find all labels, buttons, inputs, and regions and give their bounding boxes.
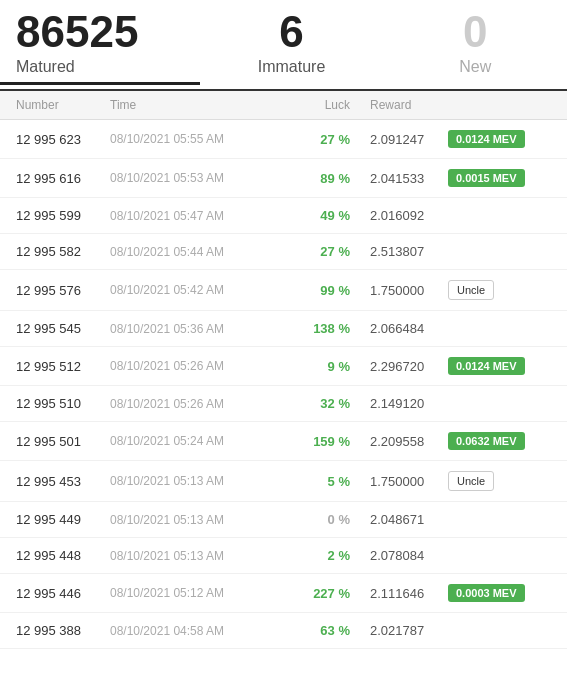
cell-luck: 89 % — [285, 171, 360, 186]
matured-number: 86525 — [16, 10, 200, 54]
cell-time: 08/10/2021 05:47 AM — [110, 209, 285, 223]
cell-luck: 49 % — [285, 208, 360, 223]
cell-time: 08/10/2021 05:55 AM — [110, 132, 285, 146]
table-row: 12 995 599 08/10/2021 05:47 AM 49 % 2.01… — [0, 198, 567, 234]
immature-section: 6 Immature — [200, 10, 384, 83]
cell-luck: 159 % — [285, 434, 360, 449]
uncle-badge: Uncle — [448, 280, 494, 300]
col-header-reward: Reward — [360, 98, 567, 112]
cell-time: 08/10/2021 05:12 AM — [110, 586, 285, 600]
cell-number: 12 995 623 — [0, 132, 110, 147]
matured-label: Matured — [16, 58, 200, 76]
header: 86525 Matured 6 Immature 0 New — [0, 0, 567, 91]
cell-luck: 27 % — [285, 244, 360, 259]
reward-value: 2.016092 — [370, 208, 440, 223]
cell-time: 08/10/2021 05:13 AM — [110, 474, 285, 488]
cell-number: 12 995 512 — [0, 359, 110, 374]
table-body: 12 995 623 08/10/2021 05:55 AM 27 % 2.09… — [0, 120, 567, 649]
cell-luck: 32 % — [285, 396, 360, 411]
cell-luck: 9 % — [285, 359, 360, 374]
cell-number: 12 995 599 — [0, 208, 110, 223]
cell-time: 08/10/2021 05:53 AM — [110, 171, 285, 185]
cell-reward: 2.209558 0.0632 MEV — [360, 432, 567, 450]
table-row: 12 995 576 08/10/2021 05:42 AM 99 % 1.75… — [0, 270, 567, 311]
reward-value: 2.296720 — [370, 359, 440, 374]
col-header-number: Number — [0, 98, 110, 112]
new-section: 0 New — [383, 10, 567, 83]
cell-reward: 2.066484 — [360, 321, 567, 336]
cell-reward: 1.750000 Uncle — [360, 471, 567, 491]
col-header-time: Time — [110, 98, 285, 112]
cell-number: 12 995 446 — [0, 586, 110, 601]
reward-value: 2.111646 — [370, 586, 440, 601]
table-header: Number Time Luck Reward — [0, 91, 567, 120]
cell-time: 08/10/2021 05:26 AM — [110, 397, 285, 411]
reward-value: 2.209558 — [370, 434, 440, 449]
table-row: 12 995 449 08/10/2021 05:13 AM 0 % 2.048… — [0, 502, 567, 538]
cell-time: 08/10/2021 05:42 AM — [110, 283, 285, 297]
table-row: 12 995 512 08/10/2021 05:26 AM 9 % 2.296… — [0, 347, 567, 386]
cell-reward: 2.021787 — [360, 623, 567, 638]
cell-time: 08/10/2021 05:26 AM — [110, 359, 285, 373]
table-row: 12 995 446 08/10/2021 05:12 AM 227 % 2.1… — [0, 574, 567, 613]
table-row: 12 995 545 08/10/2021 05:36 AM 138 % 2.0… — [0, 311, 567, 347]
reward-value: 2.091247 — [370, 132, 440, 147]
cell-number: 12 995 545 — [0, 321, 110, 336]
mev-badge: 0.0632 MEV — [448, 432, 525, 450]
cell-luck: 99 % — [285, 283, 360, 298]
cell-time: 08/10/2021 05:44 AM — [110, 245, 285, 259]
cell-reward: 2.111646 0.0003 MEV — [360, 584, 567, 602]
immature-label: Immature — [200, 58, 384, 76]
col-header-luck: Luck — [285, 98, 360, 112]
reward-value: 2.021787 — [370, 623, 440, 638]
cell-number: 12 995 501 — [0, 434, 110, 449]
reward-value: 2.149120 — [370, 396, 440, 411]
cell-luck: 2 % — [285, 548, 360, 563]
reward-value: 1.750000 — [370, 283, 440, 298]
table-row: 12 995 616 08/10/2021 05:53 AM 89 % 2.04… — [0, 159, 567, 198]
cell-number: 12 995 616 — [0, 171, 110, 186]
mev-badge: 0.0015 MEV — [448, 169, 525, 187]
cell-time: 08/10/2021 05:36 AM — [110, 322, 285, 336]
cell-reward: 2.016092 — [360, 208, 567, 223]
cell-time: 08/10/2021 05:13 AM — [110, 513, 285, 527]
reward-value: 2.048671 — [370, 512, 440, 527]
cell-luck: 63 % — [285, 623, 360, 638]
cell-reward: 2.513807 — [360, 244, 567, 259]
table-row: 12 995 510 08/10/2021 05:26 AM 32 % 2.14… — [0, 386, 567, 422]
cell-number: 12 995 388 — [0, 623, 110, 638]
new-label: New — [383, 58, 567, 76]
cell-number: 12 995 576 — [0, 283, 110, 298]
reward-value: 2.513807 — [370, 244, 440, 259]
cell-reward: 1.750000 Uncle — [360, 280, 567, 300]
cell-reward: 2.078084 — [360, 548, 567, 563]
cell-reward: 2.296720 0.0124 MEV — [360, 357, 567, 375]
uncle-badge: Uncle — [448, 471, 494, 491]
cell-reward: 2.091247 0.0124 MEV — [360, 130, 567, 148]
reward-value: 2.066484 — [370, 321, 440, 336]
cell-luck: 138 % — [285, 321, 360, 336]
reward-value: 2.078084 — [370, 548, 440, 563]
cell-time: 08/10/2021 05:24 AM — [110, 434, 285, 448]
cell-luck: 27 % — [285, 132, 360, 147]
table-row: 12 995 582 08/10/2021 05:44 AM 27 % 2.51… — [0, 234, 567, 270]
cell-luck: 0 % — [285, 512, 360, 527]
reward-value: 1.750000 — [370, 474, 440, 489]
cell-number: 12 995 448 — [0, 548, 110, 563]
cell-number: 12 995 582 — [0, 244, 110, 259]
mev-badge: 0.0124 MEV — [448, 357, 525, 375]
table-row: 12 995 388 08/10/2021 04:58 AM 63 % 2.02… — [0, 613, 567, 649]
new-number: 0 — [383, 10, 567, 54]
cell-time: 08/10/2021 05:13 AM — [110, 549, 285, 563]
cell-reward: 2.149120 — [360, 396, 567, 411]
cell-luck: 5 % — [285, 474, 360, 489]
table-row: 12 995 501 08/10/2021 05:24 AM 159 % 2.2… — [0, 422, 567, 461]
table-row: 12 995 623 08/10/2021 05:55 AM 27 % 2.09… — [0, 120, 567, 159]
immature-number: 6 — [200, 10, 384, 54]
cell-reward: 2.041533 0.0015 MEV — [360, 169, 567, 187]
cell-number: 12 995 510 — [0, 396, 110, 411]
mev-badge: 0.0124 MEV — [448, 130, 525, 148]
cell-number: 12 995 453 — [0, 474, 110, 489]
cell-luck: 227 % — [285, 586, 360, 601]
mev-badge: 0.0003 MEV — [448, 584, 525, 602]
